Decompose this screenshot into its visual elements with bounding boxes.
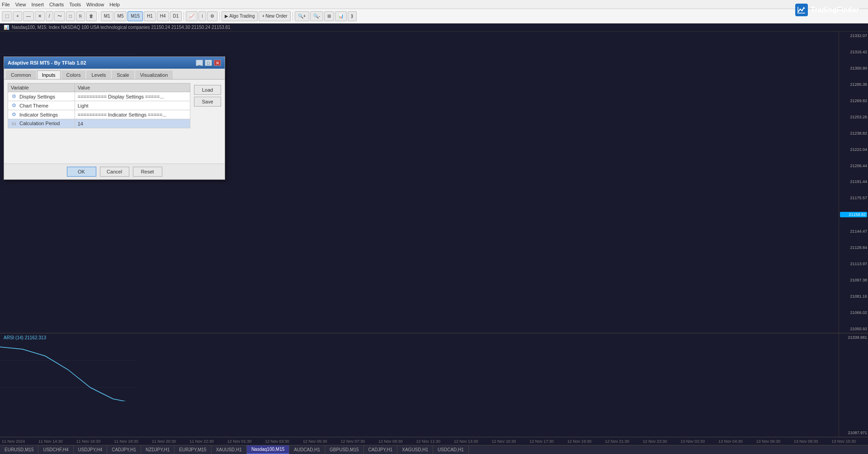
menu-window[interactable]: Window bbox=[86, 2, 104, 7]
table-row[interactable]: ⚙ Display Settings ========== Display Se… bbox=[8, 92, 190, 101]
toolbar-sep-4 bbox=[292, 12, 293, 21]
chart-info-bar: 📊 Nasdaq100, M15: Index NASDAQ 100 USA t… bbox=[0, 23, 868, 32]
time-label: 12 Nov 13:30 bbox=[454, 439, 478, 444]
symbol-tab-XAGUSD-H1[interactable]: XAGUSD,H1 bbox=[397, 445, 433, 454]
toolbar: ⬚ + — ✕ / 〜 □ ⎘ 🗑 M1 M5 M15 H1 H4 D1 📈 ⁞… bbox=[0, 9, 868, 23]
symbol-tab-USDCHF-H4[interactable]: USDCHF,H4 bbox=[38, 445, 73, 454]
price-label-p16: 21066.02 bbox=[840, 310, 867, 315]
table-row[interactable]: ⚙ Chart Theme Light bbox=[8, 101, 190, 110]
price-label-p1: 21316.42 bbox=[840, 50, 867, 54]
toolbar-btn-copy[interactable]: ⎘ bbox=[76, 11, 85, 21]
var-cell-0: ⚙ Display Settings bbox=[8, 92, 75, 101]
indicator-price-bot: 21087.971 bbox=[840, 431, 867, 435]
time-label: 12 Nov 03:30 bbox=[265, 439, 289, 444]
time-label: 12 Nov 23:30 bbox=[643, 439, 667, 444]
symbol-tab-XAUUSD-H1[interactable]: XAUUSD,H1 bbox=[212, 445, 247, 454]
time-label: 11 Nov 20:30 bbox=[152, 439, 176, 444]
zoom-in[interactable]: 🔍+ bbox=[295, 11, 309, 21]
timeframe-m1[interactable]: M1 bbox=[101, 11, 113, 21]
toolbar-btn-0[interactable]: ⬚ bbox=[2, 11, 12, 21]
tab-levels[interactable]: Levels bbox=[86, 70, 111, 79]
time-label: 11 Nov 22:30 bbox=[189, 439, 214, 444]
val-cell-2[interactable]: ========== Indicator Settings =====... bbox=[75, 110, 190, 119]
chart-type-bar[interactable]: ⁞ bbox=[198, 11, 206, 21]
symbol-tab-USDCAD-H1[interactable]: USDCAD,H1 bbox=[433, 445, 469, 454]
timeframe-m15[interactable]: M15 bbox=[127, 11, 142, 21]
load-button[interactable]: Load bbox=[194, 85, 221, 95]
toolbar-btn-rect[interactable]: □ bbox=[66, 11, 75, 21]
menu-insert[interactable]: Insert bbox=[31, 2, 44, 7]
col-value: Value bbox=[75, 84, 190, 92]
tab-scale[interactable]: Scale bbox=[112, 70, 134, 79]
menu-charts[interactable]: Charts bbox=[49, 2, 64, 7]
scroll-right[interactable]: ⟫ bbox=[348, 11, 357, 21]
val-cell-0[interactable]: ========== Display Settings =====... bbox=[75, 92, 190, 101]
symbol-tab-EURJPY-M15[interactable]: EURJPY,M15 bbox=[175, 445, 211, 454]
dialog-minimize-btn[interactable]: _ bbox=[196, 60, 203, 66]
dialog-close-btn[interactable]: ✕ bbox=[214, 60, 221, 66]
var-cell-1: ⚙ Chart Theme bbox=[8, 101, 75, 110]
symbol-tab-CADJPY-H1[interactable]: CADJPY,H1 bbox=[107, 445, 141, 454]
reset-button[interactable]: Reset bbox=[133, 167, 162, 177]
symbol-tab-NZDJPY-H1[interactable]: NZDJPY,H1 bbox=[141, 445, 175, 454]
val-cell-3[interactable]: 14 bbox=[75, 119, 190, 128]
toolbar-btn-del[interactable]: 🗑 bbox=[86, 11, 97, 21]
menu-help[interactable]: Help bbox=[109, 2, 120, 7]
chart-properties[interactable]: ⚙ bbox=[207, 11, 217, 21]
indicator-area: ARSI (14) 21162.313 21339.981 21087.971 bbox=[0, 333, 868, 437]
toolbar-sep-1 bbox=[99, 12, 99, 21]
grid-toggle[interactable]: ⊞ bbox=[324, 11, 334, 21]
symbol-tab-EURUSD-M15[interactable]: EURUSD,M15 bbox=[0, 445, 38, 454]
time-label: 12 Nov 19:30 bbox=[567, 439, 592, 444]
toolbar-btn-curve[interactable]: 〜 bbox=[54, 11, 65, 21]
val-cell-1[interactable]: Light bbox=[75, 101, 190, 110]
price-label-p7: 21222.04 bbox=[840, 147, 867, 152]
time-label: 11 Nov 18:30 bbox=[114, 439, 138, 444]
toolbar-btn-cross[interactable]: ✕ bbox=[35, 11, 45, 21]
dialog-maximize-btn[interactable]: □ bbox=[205, 60, 212, 66]
algo-trading-btn[interactable]: ▶ Algo Trading bbox=[222, 11, 258, 21]
toolbar-btn-minus[interactable]: — bbox=[23, 11, 34, 21]
menu-tools[interactable]: Tools bbox=[69, 2, 81, 7]
time-label: 12 Nov 01:30 bbox=[227, 439, 252, 444]
toolbar-sep-2 bbox=[184, 12, 184, 21]
tab-visualization[interactable]: Visualization bbox=[135, 70, 173, 79]
tradingfinder-logo: TradingFinder bbox=[795, 4, 859, 16]
indicator-price-top: 21339.981 bbox=[840, 335, 867, 340]
table-row[interactable]: ⚙ Indicator Settings ========== Indicato… bbox=[8, 110, 190, 119]
ok-button[interactable]: OK bbox=[67, 167, 96, 177]
menu-file[interactable]: File bbox=[2, 2, 10, 7]
tab-common[interactable]: Common bbox=[6, 70, 36, 79]
time-label: 12 Nov 07:30 bbox=[340, 439, 365, 444]
price-label-low: 21050.92 bbox=[840, 327, 867, 331]
chart-type-line[interactable]: 📈 bbox=[186, 11, 198, 21]
zoom-out[interactable]: 🔍- bbox=[310, 11, 323, 21]
symbol-tab-Nasdaq100-M15[interactable]: Nasdaq100,M15 bbox=[247, 445, 289, 454]
price-label-p9: 21191.44 bbox=[840, 179, 867, 184]
time-label: 12 Nov 21:30 bbox=[605, 439, 629, 444]
save-button[interactable]: Save bbox=[194, 97, 221, 107]
new-order-btn[interactable]: + New Order bbox=[259, 11, 290, 21]
symbol-tab-USDJPY-H4[interactable]: USDJPY,H4 bbox=[74, 445, 108, 454]
time-label: 11 Nov 2024 bbox=[2, 439, 25, 444]
timeframe-m5[interactable]: M5 bbox=[114, 11, 127, 21]
dialog-title: Adaptive RSI MT5 - By TFlab 1.02 bbox=[8, 60, 86, 66]
chart-info-text: Nasdaq100, M15: Index NASDAQ 100 USA tec… bbox=[12, 25, 231, 30]
timeframe-d1[interactable]: D1 bbox=[170, 11, 182, 21]
menu-view[interactable]: View bbox=[15, 2, 26, 7]
toolbar-btn-line[interactable]: / bbox=[46, 11, 53, 21]
symbol-tab-GBPUSD-M15[interactable]: GBPUSD,M15 bbox=[325, 445, 363, 454]
symbol-tab-CADJPY-H1[interactable]: CADJPY,H1 bbox=[364, 445, 398, 454]
dialog-titlebar: Adaptive RSI MT5 - By TFlab 1.02 _ □ ✕ bbox=[4, 57, 225, 69]
tab-colors[interactable]: Colors bbox=[61, 70, 86, 79]
symbol-tab-AUDCAD-H1[interactable]: AUDCAD,H1 bbox=[289, 445, 325, 454]
logo-icon bbox=[795, 4, 808, 16]
toolbar-btn-plus[interactable]: + bbox=[13, 11, 22, 21]
timeframe-h1[interactable]: H1 bbox=[144, 11, 156, 21]
tab-inputs[interactable]: Inputs bbox=[37, 70, 61, 79]
vol-toggle[interactable]: 📊 bbox=[335, 11, 347, 21]
timeframe-h4[interactable]: H4 bbox=[157, 11, 169, 21]
cancel-button[interactable]: Cancel bbox=[100, 167, 129, 177]
table-row-selected[interactable]: 01 Calculation Period 14 bbox=[8, 119, 190, 128]
indicator-dialog[interactable]: Adaptive RSI MT5 - By TFlab 1.02 _ □ ✕ C… bbox=[4, 56, 225, 180]
